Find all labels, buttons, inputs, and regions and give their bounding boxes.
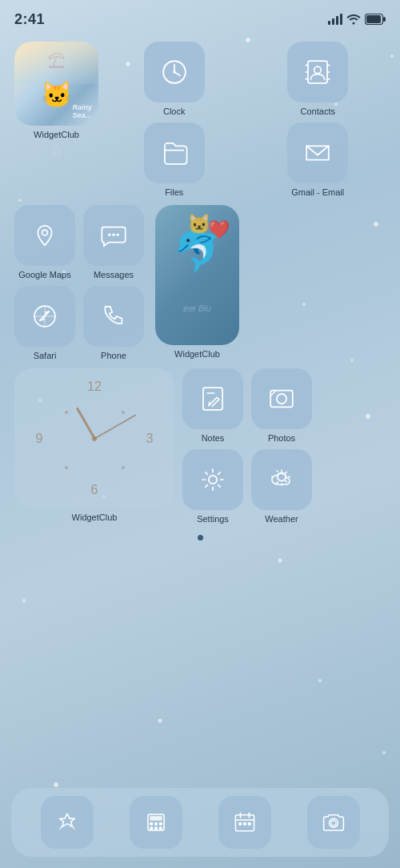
svg-point-12	[158, 719, 162, 723]
svg-rect-51	[150, 816, 162, 820]
clock-num-9: 9	[36, 432, 43, 446]
notes-label: Notes	[202, 433, 225, 443]
contacts-label: Contacts	[301, 106, 335, 116]
gmail-label: Gmail - Email	[291, 187, 344, 197]
gmail-app[interactable]: Gmail - Email	[250, 123, 386, 197]
clock-widget: 12 3 6 9	[14, 368, 174, 508]
widgetclub2-label: WidgetClub	[174, 349, 220, 359]
page-indicator	[14, 535, 386, 540]
camera-icon	[307, 796, 360, 849]
camera-dock-app[interactable]	[307, 796, 360, 849]
battery-icon	[365, 14, 386, 25]
clock-icon	[144, 42, 205, 102]
svg-point-15	[382, 751, 386, 754]
weather-app[interactable]: Weather	[251, 449, 312, 524]
weather-label: Weather	[265, 514, 298, 524]
widgetclub1-star: ☆	[50, 141, 64, 160]
main-content: ⛱ 🐱 RainySea... WidgetClub ☆	[0, 35, 400, 540]
calculator-dock-app[interactable]	[130, 796, 182, 849]
clock-minute-hand	[94, 414, 137, 440]
widgetclub3-app[interactable]: 12 3 6 9 WidgetClub	[14, 368, 174, 524]
svg-point-13	[318, 679, 322, 682]
phone-label: Phone	[101, 351, 126, 360]
safari-icon	[14, 286, 75, 347]
clock-num-3: 3	[146, 432, 154, 446]
svg-rect-52	[150, 822, 153, 826]
wifi-icon	[346, 14, 361, 25]
clock-center	[92, 436, 97, 441]
appstore-dock-app[interactable]	[41, 796, 94, 849]
svg-rect-21	[383, 17, 386, 22]
photos-app[interactable]: Photos	[251, 368, 312, 443]
status-time: 2:41	[14, 11, 45, 28]
svg-rect-53	[154, 822, 158, 826]
weather-icon	[251, 449, 312, 510]
files-label: Files	[165, 187, 183, 197]
clock-hour-hand	[75, 407, 95, 439]
notes-icon	[182, 368, 243, 429]
messages-app[interactable]: Messages	[83, 205, 144, 279]
top-section: ⛱ 🐱 RainySea... WidgetClub ☆	[14, 42, 386, 197]
svg-point-48	[209, 476, 217, 484]
widgetclub2-icon: eer Blu 🐬 ❤️ 🐱	[155, 205, 239, 345]
bottom-section: 12 3 6 9 WidgetClub	[14, 368, 386, 524]
svg-rect-62	[238, 822, 242, 826]
clock-num-6: 6	[91, 483, 98, 497]
svg-point-14	[54, 782, 58, 787]
widgetclub1-section: ⛱ 🐱 RainySea... WidgetClub ☆	[14, 42, 98, 197]
svg-rect-54	[158, 822, 162, 826]
widgetclub1-label: WidgetClub	[34, 130, 79, 139]
gmail-icon	[287, 123, 348, 183]
widgetclub2-app[interactable]: eer Blu 🐬 ❤️ 🐱 WidgetClub	[155, 205, 239, 360]
page-dot-1	[198, 535, 203, 540]
status-bar: 2:41	[0, 0, 400, 35]
widgetclub1-app[interactable]: ⛱ 🐱 RainySea... WidgetClub ☆	[14, 42, 98, 160]
svg-point-11	[22, 599, 26, 602]
clock-app[interactable]: Clock	[106, 42, 242, 116]
svg-point-36	[42, 230, 48, 235]
widgetclub1-icon: ⛱ 🐱 RainySea...	[14, 42, 98, 126]
top-right-grid: Clock Contacts	[106, 42, 386, 197]
svg-rect-57	[158, 826, 162, 830]
svg-point-42	[112, 233, 114, 235]
phone-icon	[83, 286, 144, 347]
safari-app[interactable]: Safari	[14, 286, 75, 360]
svg-point-65	[329, 818, 338, 827]
clock-face: 12 3 6 9	[33, 376, 157, 500]
svg-rect-22	[366, 15, 381, 23]
calendar-icon	[218, 796, 271, 849]
mid-section: Google Maps Safari	[14, 205, 386, 360]
settings-app[interactable]: Settings	[182, 449, 243, 524]
googlemaps-icon	[14, 205, 75, 266]
calendar-dock-app[interactable]	[218, 796, 271, 849]
bottom-right-grid: Notes Photos	[182, 368, 312, 524]
settings-icon	[182, 449, 243, 510]
dock	[11, 788, 389, 857]
svg-point-28	[314, 66, 322, 74]
messages-label: Messages	[94, 270, 134, 279]
svg-point-43	[116, 233, 118, 235]
clock-label: Clock	[163, 106, 186, 116]
svg-rect-63	[243, 822, 246, 826]
svg-rect-64	[247, 822, 250, 826]
files-app[interactable]: Files	[106, 123, 242, 197]
clock-num-12: 12	[87, 380, 102, 394]
svg-rect-55	[150, 826, 153, 830]
notes-app[interactable]: Notes	[182, 368, 243, 443]
svg-rect-56	[154, 826, 158, 830]
photos-label: Photos	[268, 433, 295, 443]
contacts-app[interactable]: Contacts	[250, 42, 386, 116]
svg-point-16	[278, 559, 282, 563]
messages-icon	[83, 205, 144, 266]
svg-point-41	[108, 233, 110, 235]
phone-app[interactable]: Phone	[83, 286, 144, 360]
googlemaps-app[interactable]: Google Maps	[14, 205, 75, 279]
svg-point-26	[173, 70, 175, 73]
contacts-icon	[287, 42, 348, 102]
signal-icon	[328, 14, 342, 25]
settings-label: Settings	[197, 514, 229, 524]
safari-label: Safari	[34, 351, 57, 360]
appstore-icon	[41, 796, 94, 849]
calculator-icon	[130, 796, 182, 849]
widgetclub3-label: WidgetClub	[72, 512, 118, 522]
